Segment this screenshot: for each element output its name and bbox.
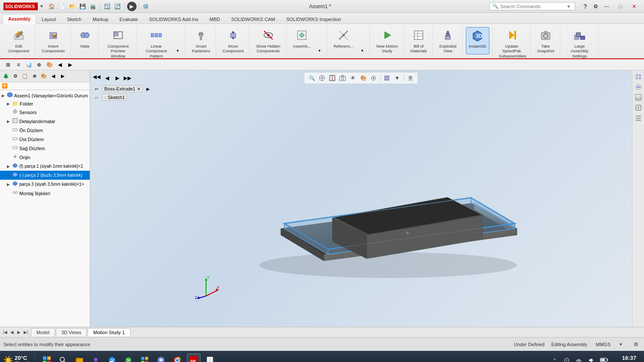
- property-manager-btn[interactable]: ⚙: [11, 72, 20, 81]
- search-input[interactable]: [500, 4, 565, 9]
- sketch1-crumb[interactable]: □ Sketch1: [102, 94, 127, 101]
- tree-view-btn[interactable]: 🌲: [2, 72, 10, 81]
- tree-item-parca1[interactable]: ▶ (f) parça 1 (siyah 1mm kalınlık)<1: [0, 162, 90, 171]
- save-btn[interactable]: 💾: [78, 2, 88, 11]
- tree-item-detaylandirmalar[interactable]: ▶ Detaylandırmalar: [0, 117, 90, 126]
- tree-item-ust-duzlem[interactable]: Üst Düzlem: [0, 135, 90, 144]
- home-btn[interactable]: 🏠: [47, 2, 57, 11]
- feature-path-expand[interactable]: ▶: [143, 84, 153, 94]
- smart-fasteners-btn[interactable]: SmartFasteners: [189, 27, 213, 54]
- take-snapshot-btn[interactable]: TakeSnapshot: [534, 27, 557, 54]
- vt-zoom-to-fit[interactable]: 🔍: [307, 73, 316, 83]
- taskbar-clock[interactable]: 16:37 25.10.2022: [613, 355, 636, 362]
- tab-solidworks-cam[interactable]: SOLIDWORKS CAM: [226, 15, 281, 24]
- vt-display-style[interactable]: [382, 73, 392, 83]
- volume-btn[interactable]: [586, 356, 595, 362]
- taskbar-search-btn[interactable]: [56, 353, 70, 362]
- taskbar-solidworks-btn[interactable]: SW: [187, 353, 200, 362]
- settings-icon[interactable]: ⚙: [591, 2, 600, 11]
- tree-item-montaj[interactable]: Montaj İlişkileri: [0, 189, 90, 198]
- assembly-features-btn[interactable]: Assemb...: [290, 27, 314, 54]
- edit-component-btn[interactable]: EditComponent: [5, 27, 32, 54]
- rt-appearances[interactable]: [634, 82, 643, 92]
- taskbar-teams-btn[interactable]: [89, 353, 103, 362]
- open-btn[interactable]: 📂: [68, 2, 77, 11]
- vt-shadow[interactable]: [406, 73, 415, 83]
- vt-scene[interactable]: [369, 73, 378, 83]
- tab-model[interactable]: Model: [31, 328, 55, 336]
- close-btn[interactable]: ✕: [628, 2, 641, 11]
- tree-expand-btn[interactable]: ◀: [49, 72, 58, 81]
- reference-geometry-btn[interactable]: Referenc...: [331, 27, 356, 54]
- search-dropdown-icon[interactable]: ▼: [566, 4, 571, 9]
- tab-3d-views[interactable]: 3D Views: [56, 328, 87, 336]
- sketch-back-btn[interactable]: ◀: [102, 73, 112, 83]
- rt-view-palette[interactable]: [634, 72, 643, 81]
- show-hidden-btn[interactable]: Show HiddenComponents: [253, 27, 283, 54]
- linear-dropdown[interactable]: ▼: [173, 46, 182, 55]
- feature-path-arrow[interactable]: ↩: [92, 84, 101, 94]
- keyboard-btn[interactable]: [562, 356, 571, 362]
- appearance-btn[interactable]: 🎨: [39, 72, 48, 81]
- network-btn[interactable]: [574, 356, 583, 362]
- taskbar-edge-btn[interactable]: [105, 353, 119, 362]
- new-motion-study-btn[interactable]: New MotionStudy: [374, 27, 401, 54]
- sketch-prev-btn[interactable]: ◀◀: [92, 72, 101, 81]
- mate-btn[interactable]: Mate: [74, 27, 96, 54]
- battery-icon[interactable]: [600, 356, 608, 362]
- instant3d-btn[interactable]: 3D Instant3D: [466, 27, 489, 54]
- search-box[interactable]: 🔍 ▼: [489, 2, 575, 10]
- sketch-last-btn[interactable]: ▶▶: [123, 73, 132, 83]
- print-btn[interactable]: 🖨️: [88, 2, 98, 11]
- tab-sketch[interactable]: Sketch: [61, 15, 87, 24]
- taskbar-discord-btn[interactable]: [154, 353, 168, 362]
- tab-nav-last[interactable]: ▶|: [22, 329, 29, 336]
- rebuild-btn[interactable]: ▶: [127, 2, 137, 11]
- tab-mbd[interactable]: MBD: [204, 15, 225, 24]
- redo-btn[interactable]: ↪️: [113, 2, 122, 11]
- tree-item-parca3[interactable]: ▶ parça 3 (siyah 3,5mm kalınlık)<1>: [0, 180, 90, 189]
- units-dropdown[interactable]: ▼: [617, 341, 624, 348]
- tab-evaluate[interactable]: Evaluate: [114, 15, 143, 24]
- vt-display-dropdown[interactable]: ▼: [392, 73, 402, 83]
- vt-view-camera[interactable]: [338, 73, 347, 83]
- taskbar-explorer-btn[interactable]: [73, 353, 86, 362]
- taskbar-notepad-btn[interactable]: [203, 353, 217, 362]
- tab-markup[interactable]: Markup: [87, 15, 114, 24]
- tab-nav-prev[interactable]: ◀: [9, 329, 15, 336]
- center-btn[interactable]: ⊕: [34, 60, 44, 69]
- tab-solidworks-addins[interactable]: SOLIDWORKS Add-Ins: [143, 15, 204, 24]
- color-btn[interactable]: 🎨: [45, 60, 54, 69]
- logo-arrow[interactable]: ▼: [39, 4, 44, 9]
- vt-hide-show[interactable]: 👁: [348, 73, 358, 83]
- vt-section[interactable]: [328, 73, 337, 83]
- taskbar-xbox-btn[interactable]: [122, 353, 135, 362]
- view-mode-1-btn[interactable]: ⊞: [3, 60, 13, 69]
- tab-nav-first[interactable]: |◀: [2, 329, 9, 336]
- sketch-fwd-btn[interactable]: ▶: [112, 73, 122, 83]
- boss-extrude-crumb[interactable]: Boss-Extrude1 ✕: [102, 85, 143, 92]
- start-button[interactable]: [40, 353, 54, 362]
- filter-left-btn[interactable]: ◀: [55, 60, 64, 69]
- linear-component-btn[interactable]: LinearComponent Pattern: [140, 27, 172, 54]
- 3d-model[interactable]: [238, 117, 538, 280]
- update-speedpak-btn[interactable]: Update SpeedPakSubassemblies: [496, 27, 528, 54]
- taskbar-store-btn[interactable]: [138, 353, 152, 362]
- taskbar-chrome-btn[interactable]: [170, 353, 184, 362]
- rt-scenes[interactable]: [634, 93, 643, 102]
- view-mode-3-btn[interactable]: 📊: [24, 60, 33, 69]
- insert-components-btn[interactable]: 📦 InsertComponents: [39, 27, 68, 54]
- status-settings[interactable]: ⚙: [631, 340, 641, 349]
- tree-item-sag-duzlem[interactable]: Sağ Düzlem: [0, 144, 90, 153]
- tab-nav-next[interactable]: ▶: [15, 329, 22, 336]
- undo-btn[interactable]: ↩️: [103, 2, 112, 11]
- help-btn[interactable]: ?: [580, 2, 590, 11]
- exploded-view-btn[interactable]: ExplodedView: [436, 27, 459, 54]
- move-component-btn[interactable]: MoveComponent: [219, 27, 246, 54]
- tab-assembly[interactable]: Assembly: [3, 14, 36, 24]
- viewport[interactable]: ◀◀ ◀ ▶ ▶▶ ↩ Boss-Extrude1 ✕ ▶ ↩ □ Sketch…: [90, 70, 632, 327]
- bill-of-materials-btn[interactable]: Bill ofMaterials: [407, 27, 430, 54]
- restore-btn[interactable]: □: [614, 2, 627, 11]
- tree-item-parca2[interactable]: ▶ (-) parça 2 (buzlu 3,5mm kalınlık): [0, 171, 90, 180]
- minimize-btn[interactable]: —: [600, 2, 613, 11]
